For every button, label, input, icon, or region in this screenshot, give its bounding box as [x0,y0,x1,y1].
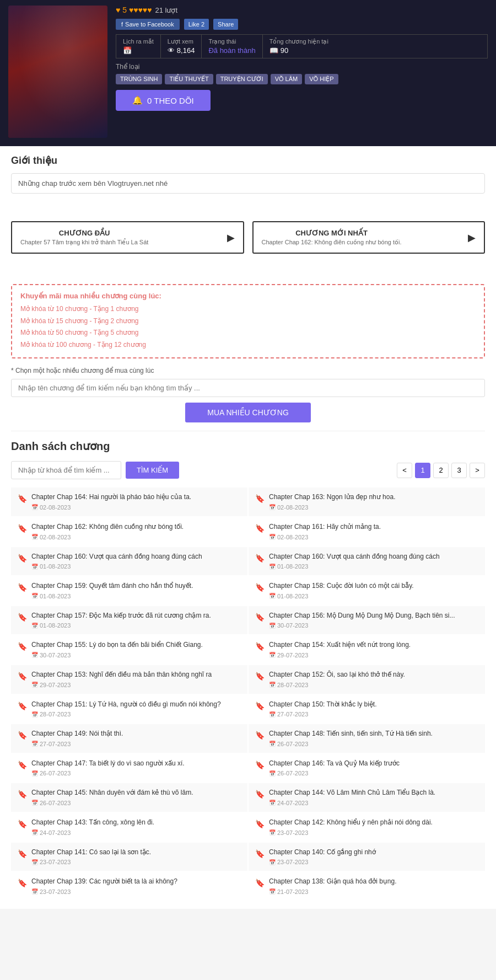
chapter-item[interactable]: 🔖 Chapter Chap 164: Hai người là pháo bá… [11,488,247,516]
promo-line: Mở khóa từ 50 chương - Tặng 5 chương [20,327,476,339]
genre-tag[interactable]: TRUYỆN CƯỜI [216,74,268,84]
chapter-item[interactable]: 🔖 Chapter Chap 151: Lý Tứ Hà, người có đ… [11,695,247,724]
chapter-item[interactable]: 🔖 Chapter Chap 155: Lý do bọn ta đến bãi… [11,635,247,664]
chapter-date: 24-07-2023 [269,800,478,806]
prev-page-button[interactable]: < [397,463,412,478]
promo-line: Mở khóa từ 100 chương - Tặng 12 chương [20,339,476,351]
chapter-item[interactable]: 🔖 Chapter Chap 150: Thời khắc ly biệt. 2… [249,695,485,724]
chapters-value: 📖 90 [269,46,328,55]
genre-tag[interactable]: TRÙNG SINH [116,74,162,84]
page-2-button[interactable]: 2 [433,463,449,478]
bookmark-icon: 🔖 [18,583,27,592]
chapter-title: Chapter Chap 160: Vượt qua cánh đồng hoa… [269,553,478,561]
status-meta: Trạng thái Đã hoàn thành [202,35,262,58]
chapter-item[interactable]: 🔖 Chapter Chap 141: Có sao lại là sơn tặ… [11,843,247,871]
chapter-item[interactable]: 🔖 Chapter Chap 156: Mộ Dung Mộ Dung Mộ D… [249,606,485,635]
bookmark-icon: 🔖 [18,494,27,503]
chapter-date: 02-08-2023 [269,534,478,540]
status-label: Trạng thái [208,38,255,45]
chapter-item[interactable]: 🔖 Chapter Chap 161: Hãy chửi mảng ta. 02… [249,517,485,546]
chapter-item[interactable]: 🔖 Chapter Chap 146: Ta và Quỷ Ma kiếp tr… [249,754,485,783]
follow-button[interactable]: 🔔 0 THEO DÕI [116,90,211,111]
chapter-title: Chapter Chap 147: Ta biết lý do vì sao n… [31,759,241,768]
latest-chapter-sub: Chapter Chap 162: Không điên cuồng như b… [262,239,402,246]
chapter-info: Chapter Chap 160: Vượt qua cánh đồng hoa… [31,553,241,570]
promo-section: Khuyến mãi mua nhiều chương cùng lúc: Mở… [0,267,496,431]
chapter-title: Chapter Chap 144: Võ Lâm Minh Chủ Lâm Ti… [269,789,478,797]
chapter-info: Chapter Chap 148: Tiến sinh, tiến sinh, … [269,730,478,747]
first-chapter-arrow: ▶ [227,232,235,244]
bookmark-icon: 🔖 [255,701,265,710]
chapter-info: Chapter Chap 160: Vượt qua cánh đồng hoa… [269,553,478,570]
genre-tag[interactable]: VÕ LÂM [271,74,303,84]
chapter-item[interactable]: 🔖 Chapter Chap 138: Giận quá hóa đởi bụn… [249,872,485,901]
chapter-item[interactable]: 🔖 Chapter Chap 148: Tiến sinh, tiến sinh… [249,724,485,753]
first-chapter-info: CHƯƠNG ĐẦU Chapter 57 Tâm trạng khi trở … [20,229,148,246]
chapter-item[interactable]: 🔖 Chapter Chap 163: Ngọn lửa đẹp như hoa… [249,488,485,516]
chapter-item[interactable]: 🔖 Chapter Chap 139: Các người biết ta là… [11,872,247,901]
chapter-item[interactable]: 🔖 Chapter Chap 160: Vượt qua cánh đồng h… [249,547,485,576]
chapter-search-input[interactable] [11,379,485,397]
chapter-item[interactable]: 🔖 Chapter Chap 158: Cuộc đời luôn có một… [249,576,485,605]
chapter-title: Chapter Chap 143: Tấn công, xông lên đi. [31,818,241,827]
genre-tag[interactable]: VÕ HIỆP [305,74,338,84]
chapter-title: Chapter Chap 148: Tiến sinh, tiến sinh, … [269,730,478,738]
chapter-title: Chapter Chap 138: Giận quá hóa đởi bụng. [269,877,478,886]
bell-icon: 🔔 [132,95,143,105]
latest-chapter-button[interactable]: CHƯƠNG MỚI NHẤT Chapter Chap 162: Không … [252,221,486,254]
chapter-item[interactable]: 🔖 Chapter Chap 162: Không điên cuồng như… [11,517,247,546]
chapter-title: Chapter Chap 152: Ôi, sao lại khó thở th… [269,671,478,679]
chapter-info: Chapter Chap 145: Nhân duyên với đám kẻ … [31,789,241,806]
chapter-info: Chapter Chap 141: Có sao lại là sơn tặc.… [31,848,241,866]
bookmark-icon: 🔖 [18,790,27,799]
chapter-date: 01-08-2023 [31,622,241,629]
chapter-title: Chapter Chap 139: Các người biết ta là a… [31,877,241,886]
chapter-item[interactable]: 🔖 Chapter Chap 152: Ôi, sao lại khó thở … [249,665,485,694]
chapter-item[interactable]: 🔖 Chapter Chap 144: Võ Lâm Minh Chủ Lâm … [249,783,485,812]
genre-tag[interactable]: TIỂU THUYẾT [165,74,213,84]
chapter-title: Chapter Chap 159: Quyết tâm đánh cho hắn… [31,582,241,591]
chapter-item[interactable]: 🔖 Chapter Chap 160: Vượt qua cánh đồng h… [11,547,247,576]
chapter-title: Chapter Chap 154: Xuất hiện vết nứt tron… [269,641,478,650]
chapter-date: 28-07-2023 [31,711,241,717]
chapter-item[interactable]: 🔖 Chapter Chap 153: Nghĩ đến điều mà bản… [11,665,247,694]
chapter-list-search-input[interactable] [11,461,121,479]
chapter-info: Chapter Chap 155: Lý do bọn ta đến bãi b… [31,641,241,658]
next-page-button[interactable]: > [470,463,485,478]
chapter-item[interactable]: 🔖 Chapter Chap 159: Quyết tâm đánh cho h… [11,576,247,605]
chapter-item[interactable]: 🔖 Chapter Chap 147: Ta biết lý do vì sao… [11,754,247,783]
chapter-item[interactable]: 🔖 Chapter Chap 154: Xuất hiện vết nứt tr… [249,635,485,664]
bookmark-icon: 🔖 [255,524,265,533]
chapter-grid: 🔖 Chapter Chap 164: Hai người là pháo bá… [11,488,485,900]
chapter-info: Chapter Chap 162: Không điên cuồng như b… [31,523,241,540]
search-button[interactable]: TÌM KIẾM [126,462,179,479]
save-facebook-button[interactable]: f Save to Facebook [116,19,180,30]
promo-line: Mở khóa từ 10 chương - Tặng 1 chương [20,303,476,315]
chapter-item[interactable]: 🔖 Chapter Chap 149: Nói thật thì. 27-07-… [11,724,247,753]
chapter-item[interactable]: 🔖 Chapter Chap 145: Nhân duyên với đám k… [11,783,247,812]
bookmark-icon: 🔖 [255,642,265,651]
page-1-button[interactable]: 1 [415,463,430,478]
chapter-title: Chapter Chap 149: Nói thật thì. [31,730,241,738]
chapter-date: 26-07-2023 [31,800,241,806]
chapter-item[interactable]: 🔖 Chapter Chap 142: Không hiểu ý nên phả… [249,813,485,842]
promo-box: Khuyến mãi mua nhiều chương cùng lúc: Mở… [11,284,485,358]
chapter-item[interactable]: 🔖 Chapter Chap 140: Cố gắng ghi nhớ 23-0… [249,843,485,871]
chapter-info: Chapter Chap 142: Không hiểu ý nên phải … [269,818,478,836]
chapter-item[interactable]: 🔖 Chapter Chap 143: Tấn công, xông lên đ… [11,813,247,842]
main-content: Giới thiệu Những chap trước xem bên Vlog… [0,146,496,909]
like-button[interactable]: Like 2 [184,19,209,30]
page-3-button[interactable]: 3 [451,463,467,478]
bookmark-icon: 🔖 [18,820,27,828]
first-chapter-button[interactable]: CHƯƠNG ĐẦU Chapter 57 Tâm trạng khi trở … [11,221,244,254]
rating-count: 21 lượt [155,6,177,14]
facebook-icon: f [121,21,123,28]
pagination: < 1 2 3 > [397,463,485,478]
intro-text: Những chap trước xem bên Vlogtruyen.net … [11,173,485,194]
chapter-item[interactable]: 🔖 Chapter Chap 157: Độc Ma kiếp trước đã… [11,606,247,635]
buy-many-button[interactable]: MUA NHIỀU CHƯƠNG [185,403,311,422]
chapter-date: 30-07-2023 [31,652,241,658]
chapter-title: Chapter Chap 150: Thời khắc ly biệt. [269,700,478,709]
chapter-title: Chapter Chap 160: Vượt qua cánh đồng hoa… [31,553,241,561]
share-button[interactable]: Share [213,19,238,30]
